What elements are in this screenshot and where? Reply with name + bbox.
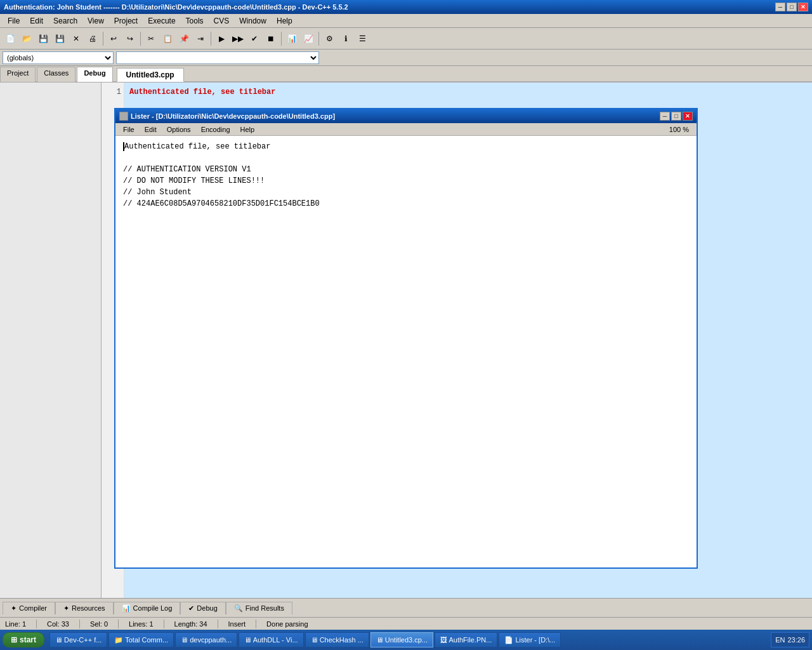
taskbar-item-devcpp[interactable]: 🖥 Dev-C++ f... <box>49 632 107 647</box>
new-file-btn[interactable]: 📄 <box>3 31 18 46</box>
lister-menu-file[interactable]: File <box>118 125 140 134</box>
lister-controls: ─ □ ✕ <box>660 112 693 121</box>
menu-cvs[interactable]: CVS <box>209 15 235 27</box>
lister-menu-left: File Edit Options Encoding Help <box>118 125 259 134</box>
lister-line-6: // 424AE6C08D5A9704658210DF35D01FC154BCE… <box>123 198 689 209</box>
lister-menu-options[interactable]: Options <box>162 125 196 134</box>
findresults-label: Find Results <box>246 604 284 612</box>
taskbar-item-lister[interactable]: 📄 Lister - [D:\... <box>499 632 561 647</box>
bottom-tab-compilelog[interactable]: 📊 Compile Log <box>114 602 181 614</box>
menu-view[interactable]: View <box>82 15 109 27</box>
options-btn[interactable]: ⚙ <box>322 31 337 46</box>
menu-edit[interactable]: Edit <box>25 15 48 27</box>
menu-execute[interactable]: Execute <box>143 15 180 27</box>
panel-tab-project[interactable]: Project <box>0 67 36 82</box>
status-sep-2 <box>79 620 80 628</box>
status-sep-4 <box>164 620 164 628</box>
window-controls: ─ □ ✕ <box>775 3 808 11</box>
bottom-tab-debug[interactable]: ✔ Debug <box>180 602 225 614</box>
status-lines: Lines: 1 <box>129 620 154 628</box>
debug-btn[interactable]: ✔ <box>247 31 262 46</box>
status-sep-1 <box>36 620 37 628</box>
lister-minimize-btn[interactable]: ─ <box>660 112 670 121</box>
scope-dropdown[interactable]: (globals) <box>3 51 114 64</box>
taskbar-item-checkhash[interactable]: 🖥 CheckHash ... <box>305 632 369 647</box>
menu-tools[interactable]: Tools <box>181 15 209 27</box>
taskbar-item-devcppauth[interactable]: 🖥 devcppauth... <box>175 632 237 647</box>
extra-btn[interactable]: ☰ <box>355 31 370 46</box>
tray-lang: EN <box>775 636 785 644</box>
start-icon: ⊞ <box>11 635 17 644</box>
resources-icon: ✦ <box>63 604 69 613</box>
menu-file[interactable]: File <box>3 15 25 27</box>
status-length: Length: 34 <box>174 620 207 628</box>
bottom-tab-resources[interactable]: ✦ Resources <box>55 602 114 614</box>
bottom-tab-findresults[interactable]: 🔍 Find Results <box>226 602 292 614</box>
function-dropdown[interactable] <box>116 51 319 64</box>
sep3 <box>211 32 211 46</box>
lister-menu-help[interactable]: Help <box>235 125 260 134</box>
menu-project[interactable]: Project <box>109 15 143 27</box>
taskbar-item-authfile[interactable]: 🖼 AuthFile.PN... <box>435 632 497 647</box>
panel-tab-classes[interactable]: Classes <box>37 67 75 82</box>
taskbar-item-authdll[interactable]: 🖥 AuthDLL - Vi... <box>239 632 303 647</box>
lister-menu-edit[interactable]: Edit <box>140 125 162 134</box>
minimize-button[interactable]: ─ <box>775 3 785 11</box>
lister-line-3: // AUTHENTICATION VERSION V1 <box>123 164 689 175</box>
close-file-btn[interactable]: ✕ <box>69 31 84 46</box>
sep5 <box>318 32 319 46</box>
taskbar-authfile-icon: 🖼 <box>440 636 447 644</box>
info-btn[interactable]: ℹ <box>338 31 353 46</box>
maximize-button[interactable]: □ <box>787 3 797 11</box>
taskbar-devcpp-icon: 🖥 <box>55 636 62 644</box>
app-title: Authentication: John Student ------- D:\… <box>4 3 348 11</box>
open-btn[interactable]: 📂 <box>19 31 34 46</box>
copy-btn[interactable]: 📋 <box>160 31 175 46</box>
lister-line-2 <box>123 152 689 164</box>
code-editor[interactable]: 1 Authenticated file, see titlebar Liste… <box>102 83 812 598</box>
lister-line-4: // DO NOT MODIFY THESE LINES!!! <box>123 175 689 187</box>
start-button[interactable]: ⊞ start <box>3 632 44 647</box>
bottom-tab-compiler[interactable]: ✦ Compiler <box>3 602 55 614</box>
taskbar-item-totalcomm[interactable]: 📁 Total Comm... <box>108 632 174 647</box>
compiler-icon: ✦ <box>11 604 16 613</box>
findresults-icon: 🔍 <box>234 604 243 613</box>
taskbar-item-untitled3[interactable]: 🖥 Untitled3.cp... <box>370 632 433 647</box>
status-sep-3 <box>118 620 119 628</box>
debug-label: Debug <box>197 604 217 612</box>
paste-btn[interactable]: 📌 <box>176 31 192 46</box>
close-button[interactable]: ✕ <box>798 3 808 11</box>
save-btn[interactable]: 💾 <box>36 31 51 46</box>
start-label: start <box>20 635 36 644</box>
redo-btn[interactable]: ↪ <box>122 31 138 46</box>
bottom-panel-tabs: ✦ Compiler ✦ Resources 📊 Compile Log ✔ D… <box>0 598 812 617</box>
main-toolbar: 📄 📂 💾 💾 ✕ 🖨 ↩ ↪ ✂ 📋 📌 ⇥ ▶ ▶▶ ✔ ⏹ 📊 📈 ⚙ ℹ… <box>0 28 812 50</box>
indent-btn[interactable]: ⇥ <box>193 31 208 46</box>
taskbar-devcppauth-icon: 🖥 <box>181 636 188 644</box>
file-tab-untitled3[interactable]: Untitled3.cpp <box>117 68 184 82</box>
lister-maximize-btn[interactable]: □ <box>671 112 681 121</box>
chart2-btn[interactable]: 📈 <box>301 31 316 46</box>
code-line-1: Authenticated file, see titlebar <box>129 88 275 96</box>
menu-search[interactable]: Search <box>48 15 82 27</box>
menu-window[interactable]: Window <box>234 15 272 27</box>
run-btn[interactable]: ▶▶ <box>230 31 246 46</box>
sep2 <box>140 32 141 46</box>
save-all-btn[interactable]: 💾 <box>52 31 67 46</box>
compile-btn[interactable]: ▶ <box>214 31 229 46</box>
menu-help[interactable]: Help <box>272 15 298 27</box>
cut-btn[interactable]: ✂ <box>143 31 159 46</box>
chart-btn[interactable]: 📊 <box>284 31 299 46</box>
compilelog-label: Compile Log <box>133 604 173 612</box>
lister-content[interactable]: Authenticated file, see titlebar // AUTH… <box>115 136 697 567</box>
dropdown-toolbar: (globals) <box>0 50 812 66</box>
stop-btn[interactable]: ⏹ <box>263 31 278 46</box>
tabs-row: Project Classes Debug Untitled3.cpp <box>0 66 812 83</box>
lister-cursor <box>123 142 124 151</box>
lister-menu-encoding[interactable]: Encoding <box>196 125 235 134</box>
undo-btn[interactable]: ↩ <box>106 31 121 46</box>
panel-tab-debug[interactable]: Debug <box>77 67 112 82</box>
print-btn[interactable]: 🖨 <box>85 31 100 46</box>
status-message: Done parsing <box>266 620 308 628</box>
lister-close-btn[interactable]: ✕ <box>683 112 693 121</box>
